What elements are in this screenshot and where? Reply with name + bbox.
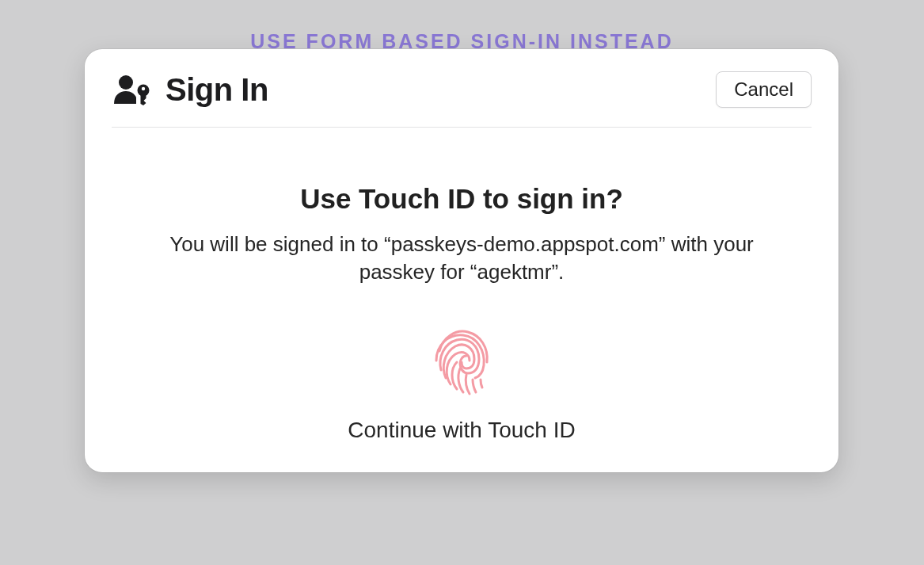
prompt-title: Use Touch ID to sign in? xyxy=(132,183,791,215)
dialog-header: Sign In Cancel xyxy=(85,49,838,127)
svg-point-2 xyxy=(142,87,145,90)
cancel-button[interactable]: Cancel xyxy=(716,71,812,108)
dialog-content: Use Touch ID to sign in? You will be sig… xyxy=(85,128,838,443)
dialog-title-group: Sign In xyxy=(112,72,268,108)
svg-point-0 xyxy=(119,75,133,90)
sign-in-dialog: Sign In Cancel Use Touch ID to sign in? … xyxy=(85,49,838,472)
prompt-description: You will be signed in to “passkeys-demo.… xyxy=(161,231,762,286)
touch-id-group[interactable]: Continue with Touch ID xyxy=(132,324,791,443)
passkey-icon xyxy=(112,74,153,105)
fingerprint-icon xyxy=(424,324,500,400)
dialog-title: Sign In xyxy=(165,72,268,108)
continue-touch-id-label: Continue with Touch ID xyxy=(348,418,575,443)
